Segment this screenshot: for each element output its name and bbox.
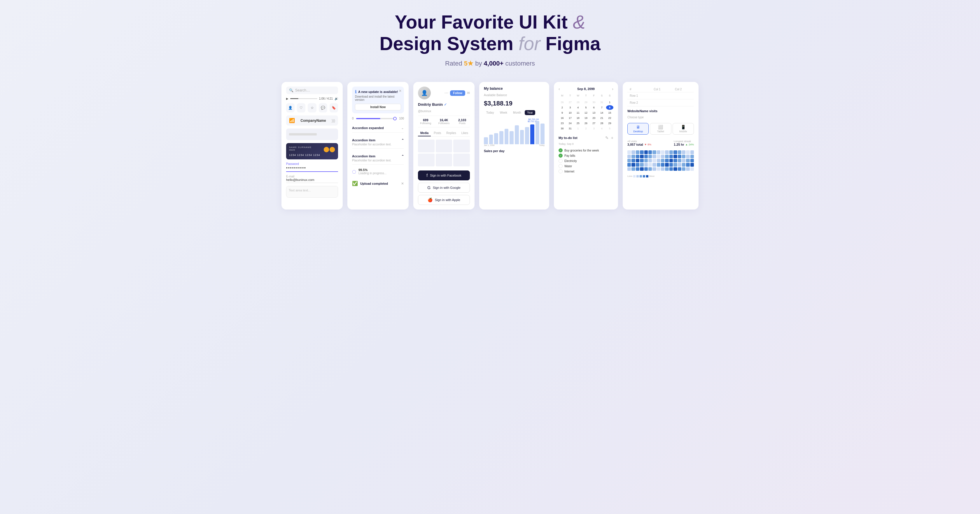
close-icon[interactable]: ✕ — [399, 89, 402, 93]
cal-cell[interactable]: 28 — [574, 100, 582, 105]
edit-icon[interactable]: ✎ — [605, 135, 609, 140]
bookmark-icon[interactable]: 🔖 — [329, 103, 338, 113]
chat-icon[interactable]: 💬 — [319, 103, 327, 113]
cal-cell[interactable]: 28 — [598, 121, 606, 125]
media-cell-1[interactable] — [418, 140, 434, 152]
cal-cell[interactable]: 12 — [582, 110, 589, 115]
cal-cell[interactable]: 2 — [582, 126, 589, 131]
signin-facebook-button[interactable]: f Sign in with Facebook — [418, 170, 470, 180]
cal-cell[interactable]: 26 — [582, 121, 589, 125]
cal-cell[interactable]: 8 — [606, 105, 613, 110]
table-row-1[interactable]: Row 1 — [627, 92, 694, 99]
cal-cell[interactable]: 4 — [574, 105, 582, 110]
cal-cell[interactable]: 25 — [574, 121, 582, 125]
cal-cell[interactable]: 10 — [566, 110, 574, 115]
play-icon[interactable]: ▶ — [286, 97, 288, 100]
cal-cell[interactable]: 9 — [558, 110, 566, 115]
cal-cell[interactable]: 20 — [590, 116, 598, 121]
accordion-expanded-header[interactable]: Accordion expanded ⌄ — [352, 124, 404, 133]
audio-player[interactable]: ▶ 1:06 / 4:21 🔊 — [286, 97, 338, 100]
tab-posts[interactable]: Posts — [431, 130, 443, 136]
period-tab-month[interactable]: Month — [511, 110, 523, 115]
cal-cell[interactable]: 2 — [558, 105, 566, 110]
upload-close-icon[interactable]: ✕ — [401, 181, 404, 186]
mail-icon[interactable]: ✉ — [467, 91, 470, 95]
cal-cell[interactable]: 29 — [606, 121, 613, 125]
todo-item[interactable]: Electricity — [558, 158, 613, 163]
todo-item[interactable]: Water — [558, 163, 613, 169]
cal-next-icon[interactable]: › — [612, 87, 613, 91]
cal-cell[interactable]: 1 — [606, 100, 613, 105]
todo-item[interactable]: Internet — [558, 169, 613, 174]
cal-cell[interactable]: 11 — [574, 110, 582, 115]
email-field[interactable]: E-mail hello@buninux.com — [286, 175, 338, 183]
media-cell-5[interactable] — [436, 154, 452, 167]
accordion-item-1[interactable]: Accordion item ⌃ Placeholder for accordi… — [352, 136, 404, 149]
cal-cell[interactable]: 3 — [590, 126, 598, 131]
media-cell-6[interactable] — [453, 154, 470, 167]
cal-cell[interactable]: 17 — [566, 116, 574, 121]
device-tab-tablet[interactable]: ⬜Tablet — [650, 123, 671, 135]
media-cell-3[interactable] — [453, 140, 470, 152]
cal-cell[interactable]: 31 — [566, 126, 574, 131]
search-bar[interactable]: 🔍 Search.... — [286, 87, 338, 94]
tab-likes[interactable]: Likes — [459, 130, 471, 136]
tab-replies[interactable]: Replies — [444, 130, 458, 136]
volume-icon[interactable]: 🔊 — [334, 97, 338, 100]
accordion-item-2[interactable]: Accordion item ⌃ Placeholder for accordi… — [352, 152, 404, 165]
cal-cell[interactable]: 5 — [606, 126, 613, 131]
follow-button[interactable]: Follow — [450, 90, 465, 96]
todo-checkbox[interactable] — [558, 159, 563, 163]
cal-cell[interactable]: 18 — [574, 116, 582, 121]
period-tab-year[interactable]: Year — [525, 110, 535, 115]
period-tab-week[interactable]: Week — [498, 110, 509, 115]
add-icon[interactable]: + — [611, 135, 613, 140]
heart-icon[interactable]: ♡ — [297, 103, 305, 113]
media-cell-4[interactable] — [418, 154, 434, 167]
period-tab-today[interactable]: Today — [484, 110, 496, 115]
password-field[interactable]: Password •••••••••• — [286, 162, 338, 172]
cal-cell[interactable]: 15 — [606, 110, 613, 115]
tab-media[interactable]: Media — [418, 130, 431, 136]
cal-cell[interactable]: 23 — [558, 121, 566, 125]
todo-item[interactable]: Buy groceries for the week — [558, 148, 613, 153]
cal-cell[interactable]: 19 — [582, 116, 589, 121]
cal-cell[interactable]: 30 — [590, 100, 598, 105]
todo-checkbox[interactable] — [558, 148, 563, 152]
cal-cell[interactable]: 6 — [590, 105, 598, 110]
todo-checkbox[interactable] — [558, 169, 563, 173]
slider-track[interactable] — [356, 118, 397, 119]
cal-cell[interactable]: 27 — [566, 100, 574, 105]
star-icon[interactable]: ☆ — [308, 103, 316, 113]
cal-cell[interactable]: 7 — [598, 105, 606, 110]
audio-progress-bar[interactable] — [290, 98, 317, 99]
cal-cell[interactable]: 31 — [598, 100, 606, 105]
cal-cell[interactable]: 24 — [566, 121, 574, 125]
textarea-field[interactable]: Text area text... — [286, 186, 338, 198]
install-button[interactable]: Install Now — [355, 104, 401, 110]
device-tab-mobile[interactable]: 📱Mobile — [673, 123, 694, 135]
cal-cell[interactable]: 26 — [558, 100, 566, 105]
cal-cell[interactable]: 21 — [598, 116, 606, 121]
user-icon[interactable]: 👤 — [286, 103, 294, 113]
device-tab-desktop[interactable]: 🖥Desktop — [627, 123, 649, 135]
cal-cell[interactable]: 4 — [598, 126, 606, 131]
cal-cell[interactable]: 30 — [558, 126, 566, 131]
slider-thumb[interactable] — [393, 117, 397, 121]
cal-cell[interactable]: 13 — [590, 110, 598, 115]
cal-cell[interactable]: 14 — [598, 110, 606, 115]
todo-item[interactable]: Pay bills — [558, 153, 613, 158]
todo-checkbox[interactable] — [558, 154, 563, 158]
signin-apple-button[interactable]: 🍎 Sign in with Apple — [418, 195, 470, 205]
cal-cell[interactable]: 1 — [574, 126, 582, 131]
cal-cell[interactable]: 5 — [582, 105, 589, 110]
media-cell-2[interactable] — [436, 140, 452, 152]
cal-cell[interactable]: 16 — [558, 116, 566, 121]
cal-cell[interactable]: 27 — [590, 121, 598, 125]
cal-cell[interactable]: 29 — [582, 100, 589, 105]
signin-google-button[interactable]: G Sign in with Google — [418, 183, 470, 193]
cal-cell[interactable]: 3 — [566, 105, 574, 110]
more-options-icon[interactable]: ··· — [444, 90, 448, 95]
todo-checkbox[interactable] — [558, 164, 563, 168]
table-row-2[interactable]: Row 2 — [627, 99, 694, 106]
